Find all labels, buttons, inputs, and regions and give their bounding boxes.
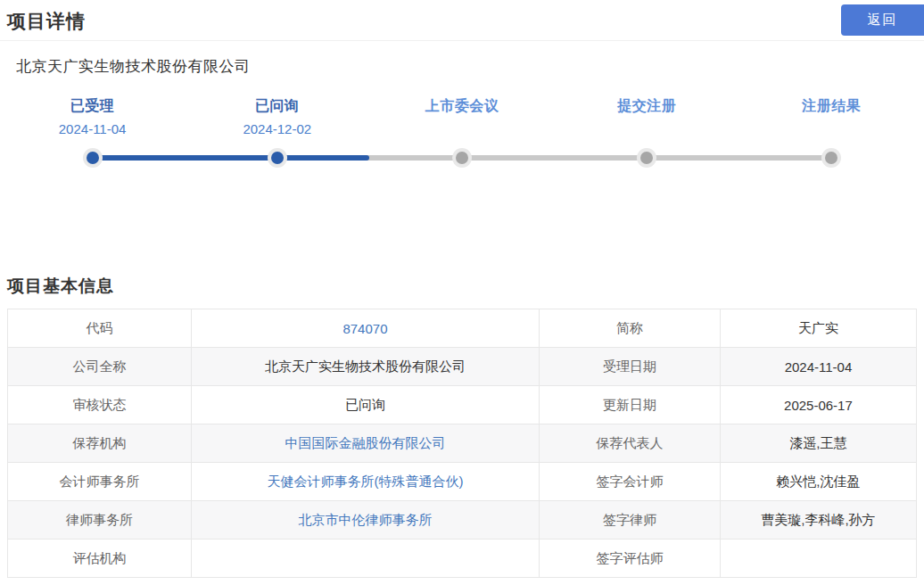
- row-value-2: 曹美璇,李科峰,孙方: [720, 501, 916, 540]
- row-label-2: 受理日期: [540, 348, 721, 386]
- row-value-1: 已问询: [191, 386, 539, 424]
- stage-dot-icon: [271, 152, 284, 164]
- row-value-1[interactable]: 北京市中伦律师事务所: [191, 501, 539, 540]
- section-title: 项目基本信息: [7, 275, 924, 298]
- stage-label: 已问询: [185, 97, 369, 116]
- row-label-1: 公司全称: [8, 348, 192, 386]
- row-label-2: 签字会计师: [540, 463, 721, 501]
- row-label-2: 更新日期: [540, 386, 721, 424]
- row-value-2: 2025-06-17: [720, 386, 916, 424]
- table-row: 律师事务所 北京市中伦律师事务所 签字律师 曹美璇,李科峰,孙方: [8, 501, 917, 540]
- row-value-1[interactable]: 天健会计师事务所(特殊普通合伙): [191, 463, 539, 501]
- row-label-1: 评估机构: [8, 540, 192, 578]
- timeline-stage: 注册结果: [739, 93, 924, 182]
- row-label-1: 会计师事务所: [8, 463, 192, 501]
- back-button[interactable]: 返回: [841, 4, 924, 36]
- company-name: 北京天广实生物技术股份有限公司: [16, 56, 924, 77]
- stage-label: 已受理: [0, 97, 185, 116]
- project-info-table: 代码 874070 简称 天广实 公司全称 北京天广实生物技术股份有限公司 受理…: [7, 309, 917, 578]
- stage-label: 注册结果: [739, 97, 924, 116]
- stage-dot-icon: [825, 152, 837, 164]
- row-label-1: 保荐机构: [8, 424, 192, 463]
- stage-date: [555, 121, 739, 137]
- row-value-1[interactable]: 中国国际金融股份有限公司: [191, 424, 539, 463]
- row-label-1: 审核状态: [8, 386, 192, 424]
- stage-date: [739, 121, 924, 137]
- timeline-stage: 提交注册: [555, 93, 739, 182]
- row-label-2: 保荐代表人: [540, 424, 721, 463]
- stage-dot-icon: [640, 152, 653, 164]
- timeline-stage: 已受理 2024-11-04: [0, 93, 185, 182]
- page-title: 项目详情: [0, 0, 924, 34]
- row-value-2: 2024-11-04: [720, 348, 916, 386]
- stage-label: 提交注册: [555, 97, 739, 116]
- row-value-1: [191, 540, 539, 578]
- table-row: 会计师事务所 天健会计师事务所(特殊普通合伙) 签字会计师 赖兴恺,沈佳盈: [8, 463, 917, 501]
- row-value-2: [720, 540, 916, 578]
- table-row: 审核状态 已问询 更新日期 2025-06-17: [8, 386, 917, 424]
- timeline-stage: 已问询 2024-12-02: [185, 93, 369, 182]
- row-label-2: 签字律师: [540, 501, 721, 540]
- page-header: 项目详情 返回: [0, 0, 924, 41]
- row-value-1: 北京天广实生物技术股份有限公司: [191, 348, 539, 386]
- stage-dot-icon: [456, 152, 468, 164]
- timeline-stages: 已受理 2024-11-04 已问询 2024-12-02 上市委会议 提交注册…: [0, 93, 924, 182]
- row-label-2: 签字评估师: [540, 540, 721, 578]
- row-label-1: 律师事务所: [8, 501, 192, 540]
- row-value-1[interactable]: 874070: [191, 309, 539, 348]
- timeline-stage: 上市委会议: [369, 93, 554, 182]
- stage-date: 2024-12-02: [185, 121, 369, 137]
- row-value-2: 赖兴恺,沈佳盈: [720, 463, 916, 501]
- timeline: 已受理 2024-11-04 已问询 2024-12-02 上市委会议 提交注册…: [0, 93, 924, 182]
- row-label-2: 简称: [540, 309, 721, 348]
- stage-date: [369, 121, 554, 137]
- row-label-1: 代码: [8, 309, 192, 348]
- row-value-2: 天广实: [720, 309, 916, 348]
- stage-date: 2024-11-04: [0, 121, 185, 137]
- row-value-2: 漆遥,王慧: [720, 424, 916, 463]
- table-row: 评估机构 签字评估师: [8, 540, 917, 578]
- timeline-progress-bar: [93, 155, 370, 161]
- stage-dot-icon: [87, 152, 99, 164]
- table-row: 代码 874070 简称 天广实: [8, 309, 917, 348]
- stage-label: 上市委会议: [369, 97, 554, 116]
- table-row: 保荐机构 中国国际金融股份有限公司 保荐代表人 漆遥,王慧: [8, 424, 917, 463]
- table-row: 公司全称 北京天广实生物技术股份有限公司 受理日期 2024-11-04: [8, 348, 917, 386]
